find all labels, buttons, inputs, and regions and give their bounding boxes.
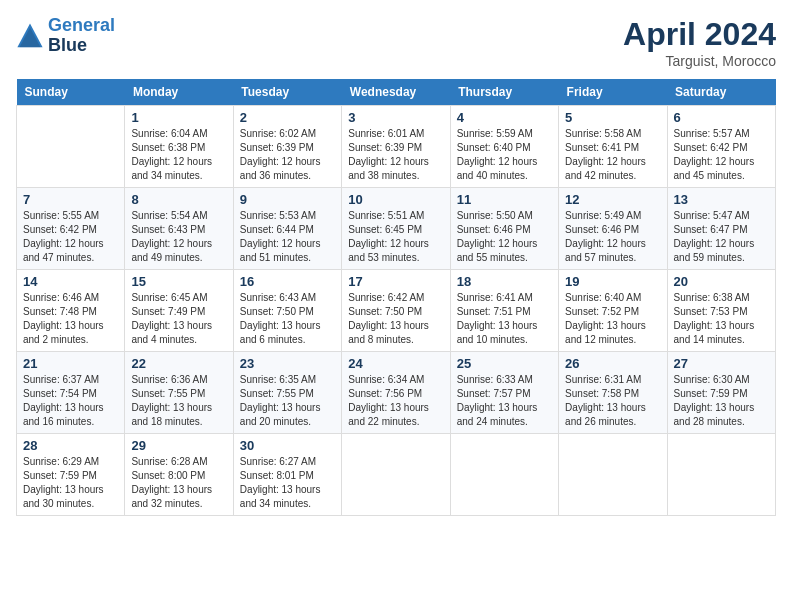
day-info: Sunrise: 6:30 AM Sunset: 7:59 PM Dayligh… [674,373,769,429]
day-info: Sunrise: 5:55 AM Sunset: 6:42 PM Dayligh… [23,209,118,265]
calendar-cell: 9Sunrise: 5:53 AM Sunset: 6:44 PM Daylig… [233,188,341,270]
calendar-cell: 24Sunrise: 6:34 AM Sunset: 7:56 PM Dayli… [342,352,450,434]
day-info: Sunrise: 6:31 AM Sunset: 7:58 PM Dayligh… [565,373,660,429]
calendar-cell: 17Sunrise: 6:42 AM Sunset: 7:50 PM Dayli… [342,270,450,352]
day-info: Sunrise: 6:28 AM Sunset: 8:00 PM Dayligh… [131,455,226,511]
day-number: 14 [23,274,118,289]
calendar-week-row: 14Sunrise: 6:46 AM Sunset: 7:48 PM Dayli… [17,270,776,352]
calendar-cell: 18Sunrise: 6:41 AM Sunset: 7:51 PM Dayli… [450,270,558,352]
logo: GeneralBlue [16,16,115,56]
calendar-cell: 8Sunrise: 5:54 AM Sunset: 6:43 PM Daylig… [125,188,233,270]
day-number: 21 [23,356,118,371]
page-header: GeneralBlue April 2024 Targuist, Morocco [16,16,776,69]
logo-icon [16,22,44,50]
day-info: Sunrise: 6:02 AM Sunset: 6:39 PM Dayligh… [240,127,335,183]
calendar-cell: 1Sunrise: 6:04 AM Sunset: 6:38 PM Daylig… [125,106,233,188]
calendar-cell: 28Sunrise: 6:29 AM Sunset: 7:59 PM Dayli… [17,434,125,516]
day-info: Sunrise: 6:45 AM Sunset: 7:49 PM Dayligh… [131,291,226,347]
day-number: 3 [348,110,443,125]
day-header-tuesday: Tuesday [233,79,341,106]
logo-text: GeneralBlue [48,16,115,56]
day-info: Sunrise: 6:43 AM Sunset: 7:50 PM Dayligh… [240,291,335,347]
day-info: Sunrise: 6:42 AM Sunset: 7:50 PM Dayligh… [348,291,443,347]
day-info: Sunrise: 6:35 AM Sunset: 7:55 PM Dayligh… [240,373,335,429]
day-number: 22 [131,356,226,371]
calendar-cell [342,434,450,516]
day-number: 29 [131,438,226,453]
calendar-cell: 19Sunrise: 6:40 AM Sunset: 7:52 PM Dayli… [559,270,667,352]
day-number: 10 [348,192,443,207]
day-info: Sunrise: 6:46 AM Sunset: 7:48 PM Dayligh… [23,291,118,347]
calendar-table: SundayMondayTuesdayWednesdayThursdayFrid… [16,79,776,516]
calendar-cell [667,434,775,516]
day-info: Sunrise: 5:47 AM Sunset: 6:47 PM Dayligh… [674,209,769,265]
day-info: Sunrise: 6:29 AM Sunset: 7:59 PM Dayligh… [23,455,118,511]
day-number: 13 [674,192,769,207]
location: Targuist, Morocco [623,53,776,69]
day-number: 26 [565,356,660,371]
day-header-thursday: Thursday [450,79,558,106]
calendar-cell: 23Sunrise: 6:35 AM Sunset: 7:55 PM Dayli… [233,352,341,434]
day-number: 19 [565,274,660,289]
day-number: 18 [457,274,552,289]
calendar-cell: 27Sunrise: 6:30 AM Sunset: 7:59 PM Dayli… [667,352,775,434]
calendar-week-row: 28Sunrise: 6:29 AM Sunset: 7:59 PM Dayli… [17,434,776,516]
day-info: Sunrise: 5:50 AM Sunset: 6:46 PM Dayligh… [457,209,552,265]
calendar-cell: 6Sunrise: 5:57 AM Sunset: 6:42 PM Daylig… [667,106,775,188]
calendar-cell [450,434,558,516]
calendar-cell: 10Sunrise: 5:51 AM Sunset: 6:45 PM Dayli… [342,188,450,270]
calendar-cell: 30Sunrise: 6:27 AM Sunset: 8:01 PM Dayli… [233,434,341,516]
calendar-cell: 7Sunrise: 5:55 AM Sunset: 6:42 PM Daylig… [17,188,125,270]
day-number: 25 [457,356,552,371]
day-info: Sunrise: 6:04 AM Sunset: 6:38 PM Dayligh… [131,127,226,183]
calendar-cell: 15Sunrise: 6:45 AM Sunset: 7:49 PM Dayli… [125,270,233,352]
calendar-cell [17,106,125,188]
day-header-saturday: Saturday [667,79,775,106]
day-header-sunday: Sunday [17,79,125,106]
day-number: 17 [348,274,443,289]
calendar-cell: 26Sunrise: 6:31 AM Sunset: 7:58 PM Dayli… [559,352,667,434]
day-info: Sunrise: 5:57 AM Sunset: 6:42 PM Dayligh… [674,127,769,183]
day-number: 12 [565,192,660,207]
day-info: Sunrise: 6:40 AM Sunset: 7:52 PM Dayligh… [565,291,660,347]
day-info: Sunrise: 5:51 AM Sunset: 6:45 PM Dayligh… [348,209,443,265]
calendar-cell: 12Sunrise: 5:49 AM Sunset: 6:46 PM Dayli… [559,188,667,270]
calendar-cell: 22Sunrise: 6:36 AM Sunset: 7:55 PM Dayli… [125,352,233,434]
calendar-cell: 25Sunrise: 6:33 AM Sunset: 7:57 PM Dayli… [450,352,558,434]
calendar-cell: 13Sunrise: 5:47 AM Sunset: 6:47 PM Dayli… [667,188,775,270]
day-header-friday: Friday [559,79,667,106]
day-header-monday: Monday [125,79,233,106]
day-number: 9 [240,192,335,207]
day-number: 27 [674,356,769,371]
day-number: 6 [674,110,769,125]
day-info: Sunrise: 5:54 AM Sunset: 6:43 PM Dayligh… [131,209,226,265]
day-number: 16 [240,274,335,289]
day-info: Sunrise: 6:34 AM Sunset: 7:56 PM Dayligh… [348,373,443,429]
day-number: 8 [131,192,226,207]
day-info: Sunrise: 6:27 AM Sunset: 8:01 PM Dayligh… [240,455,335,511]
day-number: 7 [23,192,118,207]
day-number: 1 [131,110,226,125]
calendar-cell: 16Sunrise: 6:43 AM Sunset: 7:50 PM Dayli… [233,270,341,352]
calendar-cell: 5Sunrise: 5:58 AM Sunset: 6:41 PM Daylig… [559,106,667,188]
calendar-cell: 29Sunrise: 6:28 AM Sunset: 8:00 PM Dayli… [125,434,233,516]
calendar-cell: 3Sunrise: 6:01 AM Sunset: 6:39 PM Daylig… [342,106,450,188]
calendar-cell: 21Sunrise: 6:37 AM Sunset: 7:54 PM Dayli… [17,352,125,434]
day-info: Sunrise: 6:01 AM Sunset: 6:39 PM Dayligh… [348,127,443,183]
day-info: Sunrise: 5:58 AM Sunset: 6:41 PM Dayligh… [565,127,660,183]
day-number: 11 [457,192,552,207]
day-number: 24 [348,356,443,371]
day-header-wednesday: Wednesday [342,79,450,106]
calendar-week-row: 21Sunrise: 6:37 AM Sunset: 7:54 PM Dayli… [17,352,776,434]
day-info: Sunrise: 5:49 AM Sunset: 6:46 PM Dayligh… [565,209,660,265]
day-number: 5 [565,110,660,125]
calendar-cell: 2Sunrise: 6:02 AM Sunset: 6:39 PM Daylig… [233,106,341,188]
day-info: Sunrise: 6:38 AM Sunset: 7:53 PM Dayligh… [674,291,769,347]
calendar-cell: 20Sunrise: 6:38 AM Sunset: 7:53 PM Dayli… [667,270,775,352]
day-info: Sunrise: 6:37 AM Sunset: 7:54 PM Dayligh… [23,373,118,429]
title-block: April 2024 Targuist, Morocco [623,16,776,69]
day-number: 30 [240,438,335,453]
day-number: 2 [240,110,335,125]
calendar-cell [559,434,667,516]
day-number: 20 [674,274,769,289]
